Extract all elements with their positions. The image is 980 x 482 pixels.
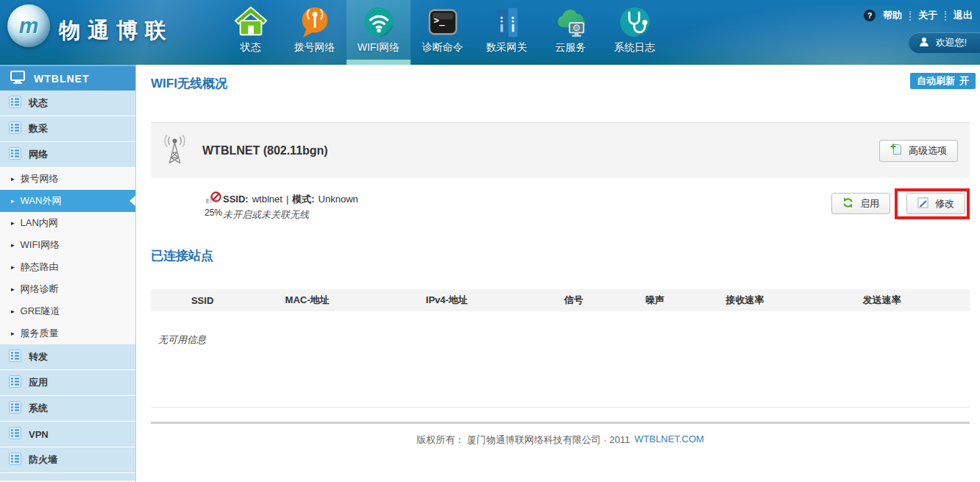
ssid-line: SSID: wtblnet | 模式: Unknown [223, 191, 358, 207]
sidebar-item-static-route[interactable]: ▸ 静态路由 [0, 256, 135, 278]
sidebar-hostname-label: WTBLNET [34, 73, 89, 85]
sidebar-item-label: 网络诊断 [21, 283, 59, 296]
nav-label: 状态 [241, 41, 261, 54]
chevron-right-icon: ▸ [11, 219, 15, 227]
nav-label: 云服务 [555, 41, 586, 54]
column-tx-rate: 发送速率 [795, 294, 970, 307]
column-rx-rate: 接收速率 [695, 294, 795, 307]
terminal-icon: >_ [425, 4, 461, 40]
chevron-right-icon: ▸ [11, 263, 15, 271]
column-ipv4: IPv4-地址 [361, 294, 533, 307]
column-signal: 信号 [533, 294, 614, 307]
main-content: 自动刷新 开 WIFI无线概况 WTBLNET (802.11bgn) [137, 65, 980, 482]
sidebar-item-vpn[interactable]: VPN [0, 422, 135, 447]
page-title: WIFI无线概况 [151, 75, 970, 92]
sidebar-item-diagnostics[interactable]: ▸ 网络诊断 [0, 278, 135, 300]
nav-label: 数采网关 [486, 41, 528, 54]
sidebar-item-label: 防火墙 [29, 453, 57, 467]
enable-button[interactable]: 启用 [831, 193, 890, 214]
sidebar-item-label: WIFI网络 [21, 238, 60, 252]
list-icon [9, 147, 21, 162]
connected-stations-heading: 已连接站点 [151, 247, 970, 264]
broadcast-icon [297, 4, 333, 40]
sidebar-item-label: GRE隧道 [21, 305, 60, 318]
sidebar-item-label: 数采 [29, 122, 48, 135]
chevron-right-icon: ▸ [11, 286, 15, 293]
stations-table-header: SSID MAC-地址 IPv4-地址 信号 噪声 接收速率 发送速率 [151, 289, 970, 311]
column-mac: MAC-地址 [254, 294, 361, 307]
sidebar-item-dialup-network[interactable]: ▸ 拨号网络 [0, 168, 135, 190]
divider [945, 11, 946, 21]
ssid-value: wtblnet [252, 191, 283, 207]
nav-item-status[interactable]: 状态 [219, 0, 283, 65]
column-ssid: SSID [151, 295, 254, 306]
sidebar-item-qos[interactable]: ▸ 服务质量 [0, 322, 135, 344]
sidebar-item-system[interactable]: 系统 [0, 396, 135, 422]
sidebar-item-label: 静态路由 [21, 261, 59, 274]
nav-label: 拨号网络 [294, 41, 335, 54]
sidebar-hostname: WTBLNET [0, 65, 135, 91]
svg-text:>_: >_ [433, 15, 444, 26]
advanced-options-label: 高级选项 [909, 144, 947, 157]
footer: 版权所有： 厦门物通博联网络科技有限公司 · 2011 WTBLNET.COM [151, 433, 970, 447]
help-icon: ? [864, 10, 876, 21]
sidebar-item-label: 服务质量 [21, 327, 59, 340]
wifi-device-panel: WTBLNET (802.11bgn) 高级选项 [151, 122, 970, 178]
sidebar-item-label: LAN内网 [21, 216, 58, 230]
auto-refresh-toggle[interactable]: 自动刷新 开 [910, 73, 976, 89]
ssid-label: SSID: [223, 191, 249, 207]
sidebar-item-status[interactable]: 状态 [0, 91, 135, 116]
sidebar-item-lan[interactable]: ▸ LAN内网 [0, 212, 135, 234]
modify-button[interactable]: 修改 [906, 193, 965, 214]
chevron-right-icon: ▸ [11, 330, 15, 337]
sidebar-item-label: 网络 [29, 148, 48, 161]
signal-blocked-icon [205, 190, 221, 204]
nav-label: 诊断命令 [422, 41, 464, 54]
monitor-icon [10, 71, 25, 86]
sidebar-item-forwarding[interactable]: 转发 [0, 344, 135, 370]
nav-item-data-gateway[interactable]: 数采网关 [475, 0, 539, 65]
list-icon [9, 96, 21, 110]
nav-item-cloud-service[interactable]: 云服务 [539, 0, 603, 65]
divider [909, 11, 911, 21]
mode-label: 模式: [292, 191, 314, 207]
list-icon [9, 427, 21, 442]
nav-item-dialup-network[interactable]: 拨号网络 [283, 0, 347, 65]
about-link[interactable]: 关于 [918, 9, 937, 22]
sidebar-item-label: WAN外网 [21, 194, 62, 208]
edit-icon [917, 197, 928, 210]
list-icon [9, 401, 21, 416]
sidebar: WTBLNET 状态 数采 网络 ▸ 拨号网络 ▸ WAN外网 ▸ LAN内网 … [0, 65, 136, 482]
advanced-options-button[interactable]: 高级选项 [879, 140, 958, 162]
section-divider [151, 407, 970, 408]
sidebar-item-label: 转发 [29, 350, 48, 364]
nav-item-wifi-network[interactable]: WIFI网络 [347, 0, 411, 65]
welcome-badge: 欢迎您! [909, 32, 980, 53]
sidebar-item-network[interactable]: 网络 [0, 142, 135, 168]
sidebar-item-gre-tunnel[interactable]: ▸ GRE隧道 [0, 300, 135, 322]
nav-item-system-log[interactable]: 系统日志 [603, 0, 667, 65]
sidebar-item-applications[interactable]: 应用 [0, 370, 135, 396]
welcome-text: 欢迎您! [935, 36, 967, 49]
modify-label: 修改 [935, 197, 954, 210]
chevron-right-icon: ▸ [11, 308, 15, 315]
server-icon [489, 4, 525, 40]
antenna-icon [163, 133, 186, 168]
brand-logo: m [7, 4, 50, 47]
enable-label: 启用 [860, 197, 879, 210]
nav-item-diagnostics[interactable]: >_ 诊断命令 [411, 0, 475, 65]
sidebar-item-data-collect[interactable]: 数采 [0, 116, 135, 142]
list-icon [9, 453, 21, 467]
footer-link[interactable]: WTBLNET.COM [634, 433, 704, 447]
sidebar-item-wan[interactable]: ▸ WAN外网 [0, 190, 135, 212]
separator: | [286, 191, 288, 207]
mode-value: Unknown [319, 191, 358, 207]
logo-monogram: m [19, 13, 39, 38]
sidebar-item-wifi[interactable]: ▸ WIFI网络 [0, 234, 135, 256]
help-link[interactable]: 帮助 [883, 9, 902, 22]
sidebar-item-firewall[interactable]: 防火墙 [0, 447, 135, 473]
user-icon [919, 37, 929, 49]
logout-link[interactable]: 退出 [954, 9, 973, 22]
page-plus-icon [890, 143, 902, 157]
list-icon [9, 350, 21, 364]
